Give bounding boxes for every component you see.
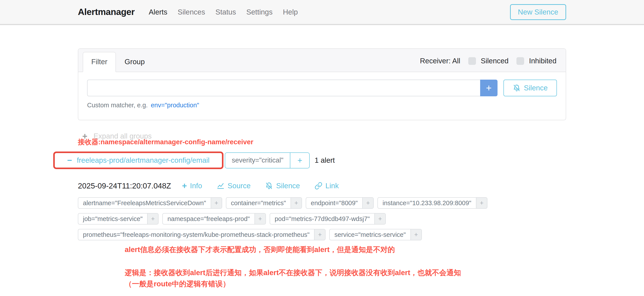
collapse-minus-icon: −: [67, 156, 72, 164]
nav-item-help[interactable]: Help: [283, 8, 298, 16]
label-tag: job="metrics-service"+: [78, 213, 158, 224]
new-silence-button[interactable]: New Silence: [510, 4, 566, 20]
label-tag-text: pod="metrics-77d9cdb497-wdsj7": [270, 214, 374, 224]
nav-item-status[interactable]: Status: [215, 8, 236, 16]
nav-item-silences[interactable]: Silences: [178, 8, 205, 16]
label-tag-add-button[interactable]: +: [290, 198, 302, 208]
alert-silence-button[interactable]: Silence: [265, 182, 300, 190]
alert-labels: alertname="FreeleapsMetricsServiceDown"+…: [78, 197, 566, 240]
label-tag-text: prometheus="freeleaps-monitoring-system/…: [78, 229, 314, 240]
label-tag-text: alertname="FreeleapsMetricsServiceDown": [78, 198, 211, 208]
matcher-example-link[interactable]: env="production": [151, 102, 199, 109]
label-tag: prometheus="freeleaps-monitoring-system/…: [78, 229, 326, 240]
label-tag: alertname="FreeleapsMetricsServiceDown"+: [78, 197, 222, 209]
annotation-logic-explanation: 逻辑是：接收器收到alert后进行通知，如果alert不在接收器下，说明接收器没…: [125, 267, 566, 290]
bell-slash-icon: [513, 84, 520, 92]
label-tag-text: instance="10.233.98.209:8009": [378, 198, 476, 208]
label-tag-add-button[interactable]: +: [314, 229, 325, 240]
alert-timestamp: 2025-09-24T11:20:07.048Z: [78, 182, 171, 190]
plus-icon: +: [182, 182, 187, 190]
group-matcher-label: severity="critical": [225, 153, 290, 168]
label-tag: service="metrics-service"+: [329, 229, 422, 240]
filter-card-body: + Silence Custom matcher, e.g. env="prod…: [78, 72, 566, 120]
label-tag-text: service="metrics-service": [330, 229, 410, 240]
alert-info-button[interactable]: + Info: [182, 182, 202, 190]
label-tag-add-button[interactable]: +: [147, 214, 158, 224]
label-tag-text: job="metrics-service": [78, 214, 147, 224]
main-nav: Alerts Silences Status Settings Help: [149, 8, 298, 16]
app-brand: Alertmanager: [78, 7, 134, 17]
custom-matcher-hint: Custom matcher, e.g.: [87, 102, 148, 109]
inhibited-filter: Inhibited: [516, 57, 556, 65]
silenced-checkbox-label: Silenced: [481, 57, 509, 65]
alert-count: 1 alert: [314, 156, 335, 164]
label-tag: pod="metrics-77d9cdb497-wdsj7"+: [270, 213, 386, 224]
filter-card-header: Filter Group Receiver: All Silenced Inhi…: [78, 49, 566, 72]
label-tag-add-button[interactable]: +: [410, 229, 422, 240]
nav-item-alerts[interactable]: Alerts: [149, 8, 167, 16]
group-matcher-pill: severity="critical" +: [225, 152, 310, 168]
nav-item-settings[interactable]: Settings: [246, 8, 272, 16]
silence-button-label: Silence: [524, 84, 548, 92]
receiver-group-button[interactable]: − freeleaps-prod/alertmanager-config/ema…: [53, 152, 224, 169]
add-matcher-button[interactable]: +: [480, 80, 498, 96]
bell-slash-icon: [265, 182, 273, 190]
silenced-checkbox[interactable]: [468, 57, 476, 65]
tab-filter[interactable]: Filter: [83, 52, 116, 72]
alert-link-button[interactable]: Link: [314, 182, 339, 190]
label-tag-add-button[interactable]: +: [374, 214, 385, 224]
label-tag: container="metrics"+: [226, 197, 302, 209]
inhibited-checkbox-label: Inhibited: [529, 57, 556, 65]
tab-group[interactable]: Group: [116, 52, 153, 72]
label-tag-add-button[interactable]: +: [254, 214, 266, 224]
label-tag-text: container="metrics": [226, 198, 290, 208]
label-tag-text: namespace="freeleaps-prod": [163, 214, 254, 224]
label-tag: namespace="freeleaps-prod"+: [162, 213, 266, 224]
label-tag-add-button[interactable]: +: [211, 198, 222, 208]
group-matcher-add-button[interactable]: +: [290, 153, 309, 168]
alert-group-row: − freeleaps-prod/alertmanager-config/ema…: [53, 152, 566, 169]
silence-matchers-button[interactable]: Silence: [504, 80, 557, 96]
label-tag: instance="10.233.98.209:8009"+: [378, 197, 488, 209]
receiver-group-label: freeleaps-prod/alertmanager-config/email: [77, 156, 210, 164]
top-navbar: Alertmanager Alerts Silences Status Sett…: [0, 0, 644, 25]
filter-card: Filter Group Receiver: All Silenced Inhi…: [78, 48, 566, 120]
alert-item: 2025-09-24T11:20:07.048Z + Info Source: [78, 182, 566, 240]
silenced-filter: Silenced: [468, 57, 509, 65]
link-icon: [314, 182, 322, 190]
receiver-annotation-text: 接收器:namespace/altermanager-config-name/r…: [78, 138, 566, 147]
chart-line-icon: [217, 182, 224, 190]
matcher-input[interactable]: [87, 80, 480, 96]
alert-source-link[interactable]: Source: [217, 182, 251, 190]
receiver-filter-label[interactable]: Receiver: All: [420, 57, 460, 65]
inhibited-checkbox[interactable]: [516, 57, 524, 65]
label-tag-add-button[interactable]: +: [476, 198, 487, 208]
label-tag: endpoint="8009"+: [306, 197, 374, 209]
annotation-config-success: alert信息必须在接收器下才表示配置成功，否则即使能看到alert，但是通知是…: [125, 245, 566, 255]
label-tag-text: endpoint="8009": [306, 198, 362, 208]
label-tag-add-button[interactable]: +: [362, 198, 373, 208]
